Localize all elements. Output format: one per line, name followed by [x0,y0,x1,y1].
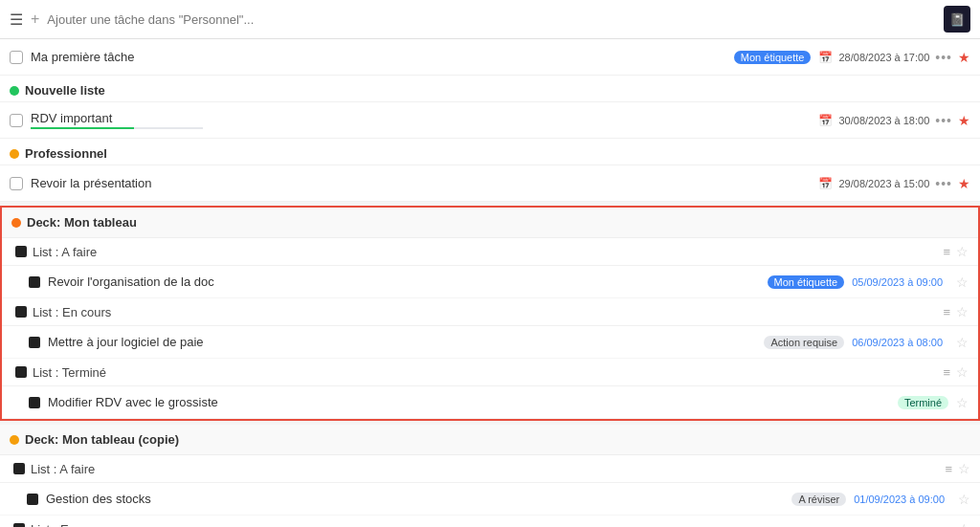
subtask-date: 05/09/2023 à 09:00 [852,276,943,288]
sort-icon[interactable]: ≡ [943,245,950,259]
section-header-nouvelle-liste: Nouvelle liste [0,76,980,102]
list-header-en-cours: List : En cours ≡ ☆ [2,298,978,326]
task-square-icon [27,494,38,505]
top-bar: ☰ + 📓 [0,0,980,39]
subtask-label: Mettre à jour logiciel de paie [48,335,750,349]
sort-icon[interactable]: ≡ [945,462,952,476]
subtask-label: Revoir l'organisation de la doc [48,274,754,289]
dots-icon[interactable]: ••• [935,50,952,65]
section-dot [10,149,19,159]
calendar-icon: 📅 [818,51,833,64]
add-task-input[interactable] [47,12,936,27]
task-label-container: RDV important [31,111,811,129]
subtask-date: 01/09/2023 à 09:00 [854,494,945,505]
list-title: List : En cours [31,522,952,528]
list-header-termine: List : Terminé ≡ ☆ [2,359,978,386]
star-icon[interactable]: ★ [958,176,970,191]
list-title: List : A faire [33,245,937,259]
star-icon[interactable]: ★ [958,113,970,128]
progress-bar-bg [31,127,203,129]
list-square-icon [15,246,27,257]
subtask-label: Gestion des stocks [46,492,778,506]
deck-header: Deck: Mon tableau [2,208,978,238]
star-icon[interactable]: ☆ [956,335,969,350]
section-dot [10,86,19,96]
notebook-icon[interactable]: 📓 [944,6,970,33]
list-square-icon [15,306,27,318]
list-header-copy-en-cours: List : En cours ☆ [0,516,980,527]
subtask-date: 06/09/2023 à 08:00 [852,337,943,348]
deck-title: Deck: Mon tableau [27,215,137,230]
plus-icon: + [31,11,39,28]
deck-task-row: Revoir l'organisation de la doc Mon étiq… [2,266,978,298]
list-header-a-faire: List : A faire ≡ ☆ [2,238,978,266]
task-row: RDV important 📅 30/08/2023 à 18:00 ••• ★ [0,102,980,139]
deck-task-row: Gestion des stocks A réviser 01/09/2023 … [0,483,980,516]
task-tag: Action requise [764,336,844,349]
task-row: Ma première tâche Mon étiquette 📅 28/08/… [0,39,980,76]
task-row: Revoir la présentation 📅 29/08/2023 à 15… [0,165,980,202]
task-meta: 📅 28/08/2023 à 17:00 ••• ★ [818,50,970,65]
star-icon[interactable]: ☆ [958,521,970,527]
star-icon[interactable]: ☆ [956,304,969,319]
dots-icon[interactable]: ••• [935,113,952,128]
list-title: List : Terminé [33,365,937,380]
deck-header-copy: Deck: Mon tableau (copie) [0,425,980,455]
star-icon[interactable]: ★ [958,50,970,65]
section-title: Nouvelle liste [25,83,105,98]
section-header-professionnel: Professionnel [0,139,980,165]
task-checkbox[interactable] [10,51,23,64]
calendar-icon: 📅 [818,114,833,127]
deck-task-row: Modifier RDV avec le grossiste Terminé ☆ [2,386,978,419]
star-icon[interactable]: ☆ [958,492,970,507]
task-tag: A réviser [791,493,846,506]
star-icon[interactable]: ☆ [956,364,969,380]
star-icon[interactable]: ☆ [956,244,969,259]
deck-task-row: Mettre à jour logiciel de paie Action re… [2,326,978,359]
deck-dot [10,435,19,445]
list-square-icon [13,523,25,527]
list-square-icon [15,366,27,378]
hamburger-icon[interactable]: ☰ [10,11,23,29]
deck-section-copy: Deck: Mon tableau (copie) List : A faire… [0,425,980,527]
task-tag: Mon étiquette [734,51,812,64]
subtask-label: Modifier RDV avec le grossiste [48,395,884,409]
deck-title-copy: Deck: Mon tableau (copie) [25,432,179,447]
section-title: Professionnel [25,146,107,161]
star-icon[interactable]: ☆ [956,274,969,290]
task-square-icon [29,276,40,288]
star-icon[interactable]: ☆ [956,395,969,410]
list-header-copy-a-faire: List : A faire ≡ ☆ [0,455,980,483]
task-meta: 📅 30/08/2023 à 18:00 ••• ★ [818,113,970,128]
sort-icon[interactable]: ≡ [943,365,950,380]
list-title: List : A faire [31,462,939,476]
task-date: 29/08/2023 à 15:00 [838,178,929,189]
task-meta: 📅 29/08/2023 à 15:00 ••• ★ [818,176,970,191]
task-label: RDV important [31,111,811,125]
deck-section-red: Deck: Mon tableau List : A faire ≡ ☆ Rev… [0,206,980,421]
progress-bar-fill [31,127,134,129]
calendar-icon: 📅 [818,177,833,190]
list-title: List : En cours [33,305,937,319]
task-date: 30/08/2023 à 18:00 [838,115,929,126]
dots-icon[interactable]: ••• [935,176,952,191]
task-square-icon [29,397,40,408]
task-label: Revoir la présentation [31,176,811,190]
deck-dot [11,218,21,228]
sort-icon[interactable]: ≡ [943,305,950,319]
list-square-icon [13,463,25,474]
task-checkbox[interactable] [10,114,23,127]
task-label: Ma première tâche [31,50,721,64]
task-tag: Mon étiquette [768,275,845,289]
task-checkbox[interactable] [10,177,23,190]
star-icon[interactable]: ☆ [958,461,970,476]
task-tag: Terminé [898,396,948,409]
task-date: 28/08/2023 à 17:00 [838,52,929,63]
task-square-icon [29,337,40,348]
